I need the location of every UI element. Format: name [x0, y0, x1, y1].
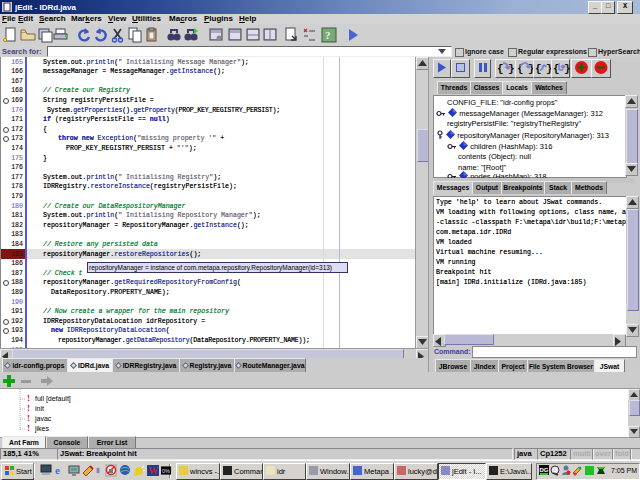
- svg-text:e: e: [55, 464, 60, 476]
- svg-text:W: W: [148, 465, 158, 476]
- svg-text:DG: DG: [540, 467, 549, 473]
- svg-text:}: }: [564, 63, 571, 75]
- svg-text:0%: 0%: [162, 468, 170, 474]
- svg-text:{: {: [497, 63, 504, 75]
- svg-text:?: ?: [325, 29, 331, 41]
- svg-text:{: {: [535, 63, 542, 75]
